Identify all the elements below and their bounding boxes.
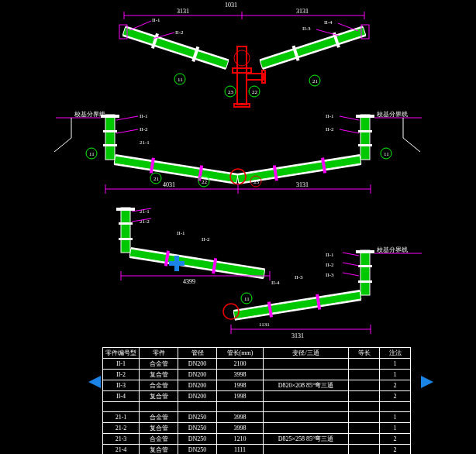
svg-rect-6 [122,35,226,70]
svg-rect-46 [114,156,238,183]
svg-rect-40 [103,130,117,132]
table-row: II-4复合管DN20019982 [103,391,411,402]
svg-rect-45 [358,144,372,146]
svg-rect-42 [360,115,370,160]
svg-rect-107 [360,250,370,295]
svg-rect-44 [358,130,372,132]
svg-text:11: 11 [384,151,389,157]
svg-text:II-2: II-2 [326,262,334,268]
svg-rect-109 [358,265,372,267]
svg-rect-41 [103,144,117,146]
svg-text:3131: 3131 [291,332,304,339]
svg-line-73 [116,116,138,120]
svg-rect-90 [119,222,133,225]
view1: 3131 3131 1031 11 23 22 [119,2,369,107]
svg-text:4031: 4031 [163,181,175,188]
view3-right: 11 3131 1131 校基分界线 II-1 II-2 II-3 II-3 I… [223,246,422,339]
svg-text:II-1: II-1 [152,17,160,23]
svg-text:II-1: II-1 [140,113,148,119]
svg-line-70 [403,138,420,152]
svg-rect-111 [233,291,361,319]
dim-text: 3131 [296,8,309,15]
svg-rect-110 [358,280,372,283]
th: 管长(mm) [217,348,264,359]
svg-text:II-1: II-1 [326,252,334,258]
svg-text:23: 23 [228,89,234,95]
svg-text:II-2: II-2 [326,126,334,132]
svg-text:II-2: II-2 [202,236,210,242]
svg-text:23: 23 [254,179,260,185]
svg-text:3131: 3131 [296,181,309,188]
svg-rect-9 [260,27,365,68]
table-row: 21-2复合管DN25039981 [103,423,411,434]
svg-rect-88 [121,208,130,253]
svg-text:21: 21 [153,176,160,182]
svg-text:11: 11 [244,296,250,302]
svg-rect-38 [105,115,115,160]
th: 变径/三通 [264,348,349,359]
svg-rect-16 [247,74,264,80]
svg-line-131 [343,273,359,276]
svg-rect-15 [233,68,251,73]
svg-rect-108 [356,250,374,253]
nav-prev[interactable] [88,376,101,388]
note-text: 校基分界线 [74,111,105,118]
svg-text:II-2: II-2 [175,29,184,36]
svg-text:II-4: II-4 [271,280,280,286]
svg-rect-89 [116,208,135,211]
table-row: 21-1合金管DN25039981 [103,412,411,423]
svg-text:21: 21 [312,78,319,84]
svg-rect-43 [356,115,374,118]
svg-rect-92 [129,249,264,277]
table-row: 21-4复合管DN25011112 [103,445,411,455]
svg-text:22: 22 [202,179,208,185]
th: 零件 [140,348,178,359]
th: 零件编号型 [103,348,140,359]
svg-text:II-1: II-1 [326,113,334,119]
svg-text:21-1: 21-1 [140,139,150,146]
svg-text:II-2: II-2 [140,126,148,132]
svg-line-34 [338,23,358,31]
note-text: 校基分界线 [376,111,408,118]
svg-text:II-4: II-4 [324,19,333,26]
svg-text:II-1: II-1 [177,230,185,236]
table-row: II-3合金管DN2001998D820×208 85°弯三通2 [103,380,411,391]
svg-rect-11 [262,35,366,70]
svg-text:1131: 1131 [259,322,270,328]
svg-rect-91 [119,238,133,240]
dim-text: 3131 [177,8,189,15]
th: 管径 [178,348,217,359]
th: 注法 [380,348,411,359]
svg-text:4399: 4399 [183,278,195,285]
table-row: 21-3合金管DN2501210D825×258 85°弯三通2 [103,434,411,445]
svg-line-75 [116,129,138,133]
svg-text:II-3: II-3 [295,274,303,280]
svg-text:22: 22 [252,89,258,95]
svg-text:校基分界线: 校基分界线 [376,246,408,253]
svg-rect-10 [260,26,364,60]
svg-line-80 [340,129,359,133]
table-row: II-1合金管DN20021001 [103,359,411,370]
svg-text:II-3: II-3 [326,272,334,278]
svg-line-28 [129,21,151,30]
svg-text:II-3: II-3 [302,26,311,32]
svg-rect-14 [237,46,247,105]
svg-text:11: 11 [89,151,95,157]
table-row: II-2复合管DN20039981 [103,370,411,380]
table-row [103,402,411,412]
svg-line-130 [343,263,359,266]
nav-next[interactable] [421,376,433,388]
dim-text: 1031 [225,2,237,9]
parts-table: 零件编号型 零件 管径 管长(mm) 变径/三通 等长 注法 II-1合金管DN… [102,347,411,454]
svg-text:11: 11 [178,77,183,83]
view3-left: 4399 21-1 21-2 II-1 II-2 [116,208,270,285]
view2: 4031 3131 校基分界线 11 校基分界线 11 II-1 II-2 21… [54,111,422,194]
cursor-plus-icon [169,256,185,271]
th: 等长 [349,348,380,359]
svg-line-65 [54,138,71,152]
